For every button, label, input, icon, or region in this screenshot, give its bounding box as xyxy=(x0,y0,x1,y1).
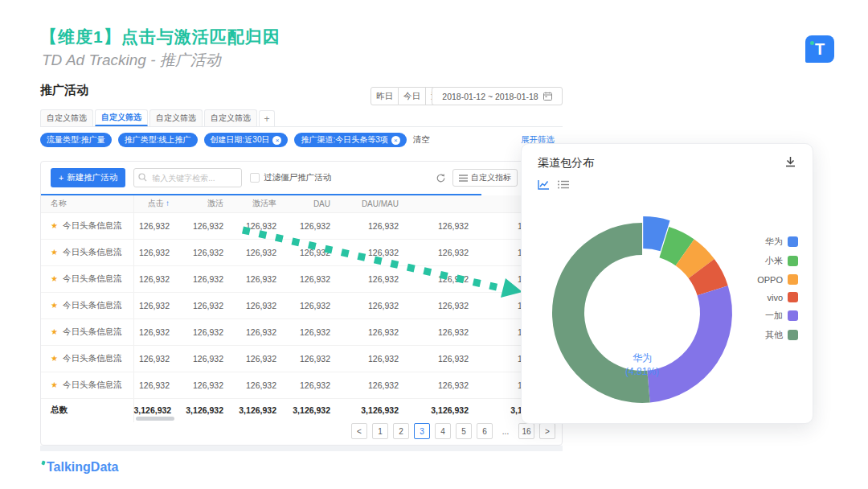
legend-item[interactable]: 一加 xyxy=(757,310,798,322)
slide-title: 【维度1】点击与激活匹配归因 xyxy=(40,26,280,48)
metric-cell: 126,932 xyxy=(231,372,285,398)
column-header[interactable]: 激活 xyxy=(178,195,231,212)
pagination-ellipsis[interactable]: ... xyxy=(497,423,514,439)
chart-view-icon[interactable] xyxy=(538,179,550,190)
metric-cell: 126,932 xyxy=(285,265,338,292)
table-row[interactable]: ★今日头条信息流126,932126,932126,932126,932126,… xyxy=(41,265,559,292)
campaign-name: 今日头条信息流 xyxy=(63,327,122,336)
sort-ascending-icon[interactable]: ↑ xyxy=(166,199,170,208)
tab-custom-filter-4[interactable]: 自定义筛选 xyxy=(204,109,257,126)
campaign-name: 今日头条信息流 xyxy=(63,353,122,363)
list-settings-icon xyxy=(459,175,468,182)
legend-label: vivo xyxy=(767,293,783,302)
calendar-icon xyxy=(543,92,552,101)
column-header[interactable]: 名称 xyxy=(41,195,133,212)
metric-cell: 126,932 xyxy=(231,345,285,372)
legend-item[interactable]: OPPO xyxy=(757,274,798,285)
table-row[interactable]: ★今日头条信息流126,932126,932126,932126,932126,… xyxy=(41,212,559,239)
legend-swatch xyxy=(788,274,798,285)
column-header[interactable]: 激活率 xyxy=(231,195,285,212)
horizontal-scrollbar[interactable] xyxy=(136,417,174,421)
campaign-name-cell: ★今日头条信息流 xyxy=(41,239,133,265)
table-row[interactable]: ★今日头条信息流126,932126,932126,932126,932126,… xyxy=(41,239,559,265)
star-icon[interactable]: ★ xyxy=(51,380,58,389)
donut-slice-其他[interactable] xyxy=(552,223,650,403)
list-view-icon[interactable] xyxy=(558,180,569,189)
legend-label: 其他 xyxy=(765,329,783,341)
legend-item[interactable]: 小米 xyxy=(757,255,798,267)
column-header[interactable]: DAU xyxy=(285,195,338,212)
table-header: 名称点击↑激活激活率DAUDAU/MAU xyxy=(41,195,559,212)
metric-cell: 126,932 xyxy=(231,318,285,345)
table-row[interactable]: ★今日头条信息流126,932126,932126,932126,932126,… xyxy=(41,292,559,318)
star-icon[interactable]: ★ xyxy=(51,301,58,310)
tab-custom-filter-1[interactable]: 自定义筛选 xyxy=(40,109,93,126)
metric-cell: 126,932 xyxy=(407,212,477,239)
slide-subtitle: TD Ad Tracking - 推广活动 xyxy=(42,50,221,71)
star-icon[interactable]: ★ xyxy=(51,274,58,283)
search-input[interactable] xyxy=(133,168,242,187)
filter-chip[interactable]: 推广类型:线上推广 xyxy=(118,133,198,147)
pagination-page-3[interactable]: 3 xyxy=(414,423,430,439)
metric-cell: 126,932 xyxy=(338,372,407,398)
logo-letter: T xyxy=(815,40,825,59)
pagination-page-1[interactable]: 1 xyxy=(372,423,388,439)
donut-chart xyxy=(522,192,763,434)
pagination-page-6[interactable]: 6 xyxy=(477,423,493,439)
filter-zombie-checkbox[interactable]: 过滤僵尸推广活动 xyxy=(250,172,331,183)
column-label: 激活率 xyxy=(252,199,276,208)
donut-slice-一加[interactable] xyxy=(647,286,732,402)
chip-close-icon[interactable]: × xyxy=(391,136,400,145)
star-icon[interactable]: ★ xyxy=(51,221,58,230)
column-header[interactable]: DAU/MAU xyxy=(338,195,407,212)
new-campaign-button[interactable]: + 新建推广活动 xyxy=(51,168,125,187)
star-icon[interactable]: ★ xyxy=(51,327,58,336)
table-row[interactable]: ★今日头条信息流126,932126,932126,932126,932126,… xyxy=(41,372,559,398)
metric-cell: 126,932 xyxy=(133,318,178,345)
filter-chip-label: 推广类型:线上推广 xyxy=(125,134,191,146)
metric-cell: 126,932 xyxy=(178,239,231,265)
filter-chip[interactable]: 创建日期:近30日× xyxy=(204,133,289,147)
star-icon[interactable]: ★ xyxy=(51,248,58,257)
metric-cell: 126,932 xyxy=(133,372,178,398)
filter-chip[interactable]: 推广渠道:今日头条等3项× xyxy=(294,133,406,147)
column-header[interactable]: 点击↑ xyxy=(133,195,178,212)
pagination-page-5[interactable]: 5 xyxy=(456,423,472,439)
table-row[interactable]: ★今日头条信息流126,932126,932126,932126,932126,… xyxy=(41,318,559,345)
table-row[interactable]: ★今日头条信息流126,932126,932126,932126,932126,… xyxy=(41,345,559,372)
legend-item[interactable]: 其他 xyxy=(757,329,798,341)
talkingdata-logo: T xyxy=(805,35,834,63)
column-label: DAU/MAU xyxy=(362,199,399,208)
date-range-picker[interactable]: 2018-01-12 ~ 2018-01-18 xyxy=(432,87,563,105)
campaign-name-cell: ★今日头条信息流 xyxy=(41,372,133,398)
slide: 【维度1】点击与激活匹配归因 TD Ad Tracking - 推广活动 T 推… xyxy=(0,0,868,489)
pagination-page-4[interactable]: 4 xyxy=(435,423,451,439)
toolbar-right-group: 自定义指标 xyxy=(436,169,518,187)
add-tab-button[interactable]: + xyxy=(259,110,275,126)
metric-cell: 126,932 xyxy=(285,345,338,372)
tab-custom-filter-2[interactable]: 自定义筛选 xyxy=(95,109,148,126)
chip-close-icon[interactable]: × xyxy=(272,136,281,145)
metric-cell: 126,932 xyxy=(338,212,407,239)
tab-custom-filter-3[interactable]: 自定义筛选 xyxy=(149,109,203,126)
pagination-prev-button[interactable]: < xyxy=(351,423,367,439)
metric-cell: 126,932 xyxy=(338,239,407,265)
star-icon[interactable]: ★ xyxy=(51,354,58,363)
checkbox-icon[interactable] xyxy=(250,173,260,183)
legend-item[interactable]: 华为 xyxy=(757,236,798,248)
metric-cell: 126,932 xyxy=(178,212,231,239)
legend-label: 华为 xyxy=(765,236,783,248)
clear-filters-link[interactable]: 清空 xyxy=(413,134,430,146)
download-icon[interactable] xyxy=(784,156,796,168)
pagination-page-2[interactable]: 2 xyxy=(393,423,409,439)
talkingdata-wordmark: TalkingData xyxy=(42,460,119,475)
date-quick-button[interactable]: 今日 xyxy=(399,87,426,105)
custom-metrics-button[interactable]: 自定义指标 xyxy=(452,169,518,187)
column-header[interactable] xyxy=(407,195,477,212)
refresh-icon[interactable] xyxy=(436,173,446,183)
date-quick-button[interactable]: 昨日 xyxy=(371,87,399,105)
filter-chip[interactable]: 流量类型:推广量 xyxy=(40,133,112,147)
legend-item[interactable]: vivo xyxy=(757,292,798,302)
total-metric-cell: 3,126,932 xyxy=(285,398,338,422)
metric-cell: 126,932 xyxy=(285,212,338,239)
